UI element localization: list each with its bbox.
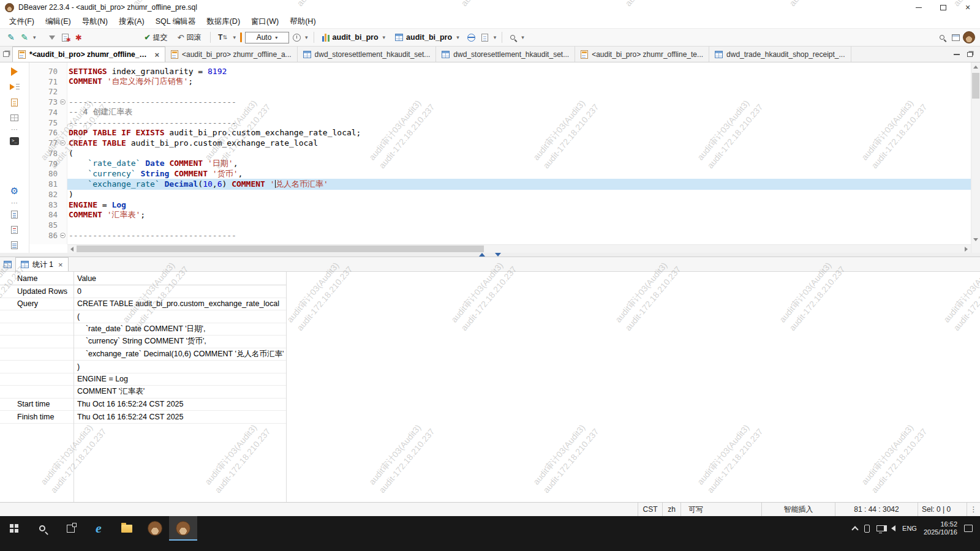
text-transform-icon[interactable]: T⇅	[215, 31, 231, 44]
code-line-81[interactable]: 81 `exchange_rate` Decimal(10,6) COMMENT…	[29, 179, 971, 189]
close-tab-icon[interactable]: ×	[58, 260, 63, 269]
menu-item-window[interactable]: 窗口(W)	[246, 15, 284, 28]
hscroll-track[interactable]	[77, 245, 962, 253]
file-explorer-button[interactable]	[113, 516, 141, 541]
internet-explorer-button[interactable]: e	[85, 516, 113, 541]
hscroll-thumb[interactable]	[77, 246, 484, 252]
status-overflow-icon[interactable]: ⋮	[967, 503, 980, 516]
code-line-71[interactable]: 71COMMENT '自定义海外门店销售';	[29, 77, 971, 87]
tab-statistics[interactable]: 统计 1 ×	[15, 257, 69, 271]
editor-tab-0[interactable]: *<audit_bi_pro> zhumr_offline_p...×	[12, 47, 165, 62]
terminal-icon[interactable]: >_	[8, 135, 21, 147]
device-icon[interactable]	[864, 525, 870, 533]
fetch-down-icon[interactable]	[46, 31, 58, 44]
menu-item-edit[interactable]: 编辑(E)	[40, 15, 77, 28]
status-write-mode[interactable]: 可写	[680, 503, 761, 516]
code-line-79[interactable]: 79 `rate_date` Date COMMENT '日期',	[29, 159, 971, 169]
stats-row-2[interactable]: (	[0, 310, 286, 323]
panel-splitter[interactable]	[0, 253, 980, 257]
database-selector[interactable]: audit_bi_pro ▾	[318, 31, 391, 44]
code-line-72[interactable]: 72	[29, 87, 971, 97]
code-line-76[interactable]: 76DROP TABLE IF EXISTS audit_bi_pro.cust…	[29, 128, 971, 138]
editor-tab-4[interactable]: <audit_bi_pro> zhumr_offline_te...	[575, 47, 709, 62]
result-doc-icon[interactable]	[8, 239, 21, 251]
stats-row-9[interactable]: Start timeThu Oct 16 16:52:24 CST 2025	[0, 399, 286, 411]
fold-collapse-icon[interactable]	[60, 233, 66, 238]
sql-editor-dropdown-icon[interactable]: ▾	[32, 34, 37, 40]
panel-overflow-icon[interactable]: ⋯	[11, 200, 18, 205]
stats-row-7[interactable]: ENGINE = Log	[0, 373, 286, 386]
status-language[interactable]: zh	[662, 503, 680, 516]
close-button[interactable]: ×	[956, 0, 980, 15]
code-line-73[interactable]: 73-----------------------------------	[29, 97, 971, 107]
dropdown-icon[interactable]: ▾	[492, 34, 498, 40]
menu-item-help[interactable]: 帮助(H)	[284, 15, 321, 28]
column-divider[interactable]	[286, 272, 287, 502]
menu-item-database[interactable]: 数据库(D)	[201, 15, 246, 28]
stats-row-6[interactable]: )	[0, 361, 286, 373]
open-perspective-icon[interactable]	[949, 31, 962, 44]
stats-row-1[interactable]: QueryCREATE TABLE audit_bi_pro.custom_ex…	[0, 298, 286, 311]
code-line-74[interactable]: 74-- 4 创建汇率表	[29, 107, 971, 118]
execute-script-icon[interactable]	[8, 81, 21, 93]
execute-statement-icon[interactable]	[8, 66, 21, 78]
code-line-84[interactable]: 84COMMENT '汇率表';	[29, 210, 971, 220]
editor-vertical-scrollbar[interactable]	[971, 62, 980, 253]
column-divider[interactable]	[74, 272, 74, 502]
rollback-button[interactable]: ↶回滚	[173, 31, 206, 44]
status-cursor-position[interactable]: 81 : 44 : 3042	[835, 503, 918, 516]
hidden-icons-chevron-icon[interactable]	[851, 526, 858, 533]
toolbar-overflow-icon[interactable]: ⋯	[11, 127, 18, 132]
input-language[interactable]: ENG	[902, 525, 917, 532]
scroll-right-button[interactable]	[962, 245, 971, 253]
scroll-left-button[interactable]	[67, 245, 77, 253]
dbeaver-taskbar-button-active[interactable]	[169, 516, 197, 541]
editor-tab-1[interactable]: <audit_bi_pro> zhumr_offline_a...	[165, 47, 298, 62]
code-line-78[interactable]: 78(	[29, 148, 971, 159]
menu-item-file[interactable]: 文件(F)	[4, 15, 40, 28]
taskbar-search-button[interactable]	[28, 516, 56, 541]
explain-plan-icon[interactable]	[8, 111, 21, 124]
menu-item-sql-editor[interactable]: SQL 编辑器	[150, 15, 202, 28]
output-doc-icon[interactable]	[8, 208, 21, 220]
editor-tab-2[interactable]: dwd_storesettlement_hkaudit_set...	[298, 47, 437, 62]
code-line-75[interactable]: 75-----------------------------------	[29, 118, 971, 128]
task-view-button[interactable]	[56, 516, 85, 541]
dbeaver-taskbar-button[interactable]	[141, 516, 169, 541]
active-task-icon[interactable]: ✱	[73, 31, 85, 44]
dropdown-icon[interactable]: ▾	[232, 34, 238, 40]
network-icon[interactable]	[876, 525, 884, 531]
stats-row-10[interactable]: Finish timeThu Oct 16 16:52:24 CST 2025	[0, 411, 286, 424]
editor-horizontal-scrollbar[interactable]	[67, 244, 971, 253]
minimize-results-icon[interactable]	[495, 253, 501, 257]
log-doc-icon[interactable]	[8, 223, 21, 236]
status-timezone[interactable]: CST	[638, 503, 662, 516]
schema-selector[interactable]: audit_bi_pro ▾	[391, 31, 464, 44]
code-line-82[interactable]: 82)	[29, 189, 971, 200]
minimize-view-icon[interactable]	[954, 54, 960, 55]
stats-row-8[interactable]: COMMENT '汇率表'	[0, 386, 286, 399]
editor-tab-3[interactable]: dwd_storesettlement_hkaudit_set...	[436, 47, 575, 62]
dropdown-icon[interactable]: ▾	[304, 34, 309, 40]
status-insert-mode[interactable]: 智能插入	[761, 503, 835, 516]
maximize-view-icon[interactable]	[967, 52, 973, 57]
commit-button[interactable]: ✔提交	[140, 31, 172, 44]
taskbar-clock[interactable]: 16:52 2025/10/16	[924, 520, 957, 537]
scroll-down-button[interactable]	[971, 235, 980, 244]
execute-new-tab-icon[interactable]	[8, 96, 21, 108]
fold-collapse-icon[interactable]	[60, 140, 66, 146]
quick-access-search-icon[interactable]	[936, 31, 948, 44]
code-line-83[interactable]: 83ENGINE = Log	[29, 200, 971, 210]
network-globe-icon[interactable]	[466, 31, 478, 44]
code-line-86[interactable]: 86-----------------------------------	[29, 230, 971, 241]
vscroll-thumb[interactable]	[972, 73, 979, 99]
code-line-70[interactable]: 70SETTINGS index_granularity = 8192	[29, 66, 971, 77]
maximize-results-icon[interactable]	[479, 253, 485, 257]
dbeaver-logo-icon[interactable]	[963, 31, 975, 43]
new-sql-editor-icon[interactable]: ✎	[5, 31, 17, 44]
start-button[interactable]	[0, 516, 28, 541]
code-line-80[interactable]: 80 `currency` String COMMENT '货币',	[29, 169, 971, 179]
stats-row-5[interactable]: `exchange_rate` Decimal(10,6) COMMENT '兑…	[0, 348, 286, 361]
column-header-value[interactable]: Value	[74, 274, 96, 283]
commit-mode-select[interactable]: Auto▾	[245, 32, 289, 43]
